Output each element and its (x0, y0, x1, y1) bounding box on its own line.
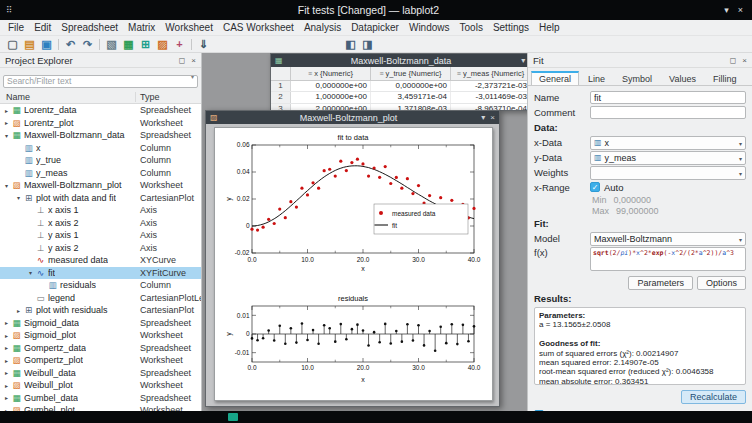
tab-values[interactable]: Values (661, 72, 704, 85)
tree-row-lorentz-data[interactable]: ▸▦Lorentz_dataSpreadsheet (0, 104, 201, 117)
tree-row-gumbel-data[interactable]: ▸▦Gumbel_dataSpreadsheet (0, 392, 201, 405)
spreadsheet-cell[interactable]: -3,011469e-03 (451, 92, 527, 102)
spreadsheet-cell[interactable]: 0,000000e+00 (291, 81, 371, 91)
redo-button[interactable]: ↷ (79, 37, 96, 52)
tree-row-x-axis-2[interactable]: ⊥x axis 2Axis (0, 217, 201, 230)
tree-row-gompertz-data[interactable]: ▸▦Gompertz_dataSpreadsheet (0, 342, 201, 355)
close-icon[interactable]: × (742, 56, 747, 65)
auto-checkbox[interactable]: ✓ (590, 182, 600, 192)
comment-input[interactable] (590, 106, 746, 119)
row-number-cell[interactable]: 2 (271, 92, 291, 102)
expander-closed-icon[interactable]: ▸ (2, 357, 11, 364)
spreadsheet-column-header[interactable]: ≡y_true {Numeric} (371, 67, 451, 80)
worksheet-window-titlebar[interactable]: ▨ Maxwell-Boltzmann_plot ▾ × (206, 111, 499, 124)
column-header-type[interactable]: Type (136, 92, 201, 102)
expander-closed-icon[interactable]: ▸ (2, 332, 11, 339)
worksheet-window[interactable]: ▨ Maxwell-Boltzmann_plot ▾ × fit to data… (205, 110, 500, 407)
menu-help[interactable]: Help (534, 22, 565, 33)
menu-edit[interactable]: Edit (29, 22, 56, 33)
expander-closed-icon[interactable]: ▸ (2, 369, 11, 376)
float-icon[interactable]: ◻ (179, 56, 186, 65)
spreadsheet-cell[interactable]: 3,459171e-04 (371, 92, 451, 102)
window-shade-icon[interactable]: ▾ (724, 5, 729, 15)
weights-combobox[interactable]: ▾ (590, 166, 746, 180)
toggle-properties-dock-button[interactable]: ◨ (359, 37, 376, 52)
new-spreadsheet-button[interactable]: ▦ (120, 37, 137, 52)
spreadsheet-window[interactable]: ▦ Maxwell-Boltzmann_data ▾ × ≡x {Numeric… (270, 53, 527, 111)
new-datapicker-button[interactable]: + (171, 37, 188, 52)
close-icon[interactable]: × (191, 56, 196, 65)
tree-row-gompertz-plot[interactable]: ▸▨Gompertz_plotWorksheet (0, 354, 201, 367)
menu-cas-worksheet[interactable]: CAS Worksheet (218, 22, 299, 33)
tab-symbol[interactable]: Symbol (614, 72, 660, 85)
new-project-button[interactable]: ▢ (4, 37, 21, 52)
plot-legend[interactable]: measured datafit (374, 204, 468, 234)
tree-row-y-axis-2[interactable]: ⊥y axis 2Axis (0, 242, 201, 255)
expander-closed-icon[interactable]: ▸ (2, 394, 11, 401)
chevron-down-icon[interactable]: ▾ (191, 73, 194, 80)
new-workbook-button[interactable]: ▧ (103, 37, 120, 52)
menu-file[interactable]: File (3, 22, 29, 33)
import-data-button[interactable]: ⇓ (195, 37, 212, 52)
formula-editor[interactable]: sqrt(2/pi)*x^2*exp(-x^2/(2*a^2))/a^3 (590, 247, 746, 271)
tree-row-weibull-plot[interactable]: ▸▨Weibull_plotWorksheet (0, 379, 201, 392)
expander-open-icon[interactable]: ▾ (26, 269, 35, 276)
tree-row-weibull-data[interactable]: ▸▦Weibull_dataSpreadsheet (0, 367, 201, 380)
expander-open-icon[interactable]: ▾ (2, 132, 11, 139)
window-shade-icon[interactable]: ▾ (481, 113, 485, 122)
window-shade-icon[interactable]: ▾ (521, 56, 525, 65)
row-number-cell[interactable]: 1 (271, 81, 291, 91)
expander-open-icon[interactable]: ▾ (14, 194, 23, 201)
expander-closed-icon[interactable]: ▸ (14, 307, 23, 314)
menu-tools[interactable]: Tools (455, 22, 488, 33)
options-button[interactable]: Options (697, 276, 746, 290)
tree-row-y-meas[interactable]: ▥y_measColumn (0, 167, 201, 180)
recalculate-button[interactable]: Recalculate (681, 390, 746, 404)
x-data-combobox[interactable]: ▥ x ▾ (590, 136, 746, 150)
fit-plot-canvas[interactable]: fit to data0.010.020.030.040.0-0.0200.02… (224, 132, 482, 284)
tree-row-x[interactable]: ▥xColumn (0, 142, 201, 155)
tree-row-sigmoid-plot[interactable]: ▸▨Sigmoid_plotWorksheet (0, 329, 201, 342)
menu-spreadsheet[interactable]: Spreadsheet (56, 22, 123, 33)
expander-closed-icon[interactable]: ▸ (2, 107, 11, 114)
close-icon[interactable]: × (490, 113, 495, 122)
model-combobox[interactable]: Maxwell-Boltzmann ▾ (590, 232, 746, 246)
tree-row-y-true[interactable]: ▥y_trueColumn (0, 154, 201, 167)
menu-datapicker[interactable]: Datapicker (346, 22, 404, 33)
tab-line[interactable]: Line (580, 72, 613, 85)
name-input[interactable] (590, 91, 746, 104)
worksheet-page[interactable]: fit to data0.010.020.030.040.0-0.0200.02… (214, 127, 493, 401)
search-input[interactable] (3, 75, 198, 88)
spreadsheet-column-header[interactable]: ≡x {Numeric} (291, 67, 371, 80)
expander-closed-icon[interactable]: ▸ (2, 344, 11, 351)
tab-filling[interactable]: Filling (705, 72, 745, 85)
toggle-project-explorer-button[interactable]: ◧ (342, 37, 359, 52)
tree-row-lorentz-plot[interactable]: ▸▨Lorentz_plotWorksheet (0, 117, 201, 130)
spreadsheet-cell[interactable]: -2,373721e-03 (451, 81, 527, 91)
tree-row-sigmoid-data[interactable]: ▸▦Sigmoid_dataSpreadsheet (0, 317, 201, 330)
parameters-button[interactable]: Parameters (628, 276, 693, 290)
new-matrix-button[interactable]: ⊞ (137, 37, 154, 52)
spreadsheet-cell[interactable]: 1,000000e+00 (291, 92, 371, 102)
menu-settings[interactable]: Settings (488, 22, 534, 33)
new-worksheet-button[interactable]: ▨ (154, 37, 171, 52)
open-project-button[interactable]: ▤ (21, 37, 38, 52)
tree-row-maxwell-boltzmann-plot[interactable]: ▾▨Maxwell-Boltzmann_plotWorksheet (0, 179, 201, 192)
tree-row-fit[interactable]: ▾∿fitXYFitCurve (0, 267, 201, 280)
expander-closed-icon[interactable]: ▸ (2, 382, 11, 389)
tree-row-residuals[interactable]: ▥residualsColumn (0, 279, 201, 292)
tree-row-legend[interactable]: ▭legendCartesianPlotLegend (0, 292, 201, 305)
tree-row-measured-data[interactable]: ∿measured dataXYCurve (0, 254, 201, 267)
undo-button[interactable]: ↶ (62, 37, 79, 52)
menu-windows[interactable]: Windows (404, 22, 455, 33)
tab-general[interactable]: General (531, 71, 579, 85)
float-icon[interactable]: ◻ (730, 56, 737, 65)
save-project-button[interactable]: ▣ (38, 37, 55, 52)
y-data-combobox[interactable]: ▥ y_meas ▾ (590, 151, 746, 165)
tree-row-plot-with-data-and-fit[interactable]: ▾⊞plot with data and fitCartesianPlot (0, 192, 201, 205)
residuals-plot-canvas[interactable]: residuals0.010.020.030.040.0-0.0100.01xy (224, 294, 482, 390)
tree-row-gumbel-plot[interactable]: ▸▨Gumbel_plotWorksheet (0, 404, 201, 411)
spreadsheet-corner-cell[interactable] (271, 67, 291, 80)
menu-analysis[interactable]: Analysis (299, 22, 346, 33)
expander-open-icon[interactable]: ▾ (2, 182, 11, 189)
